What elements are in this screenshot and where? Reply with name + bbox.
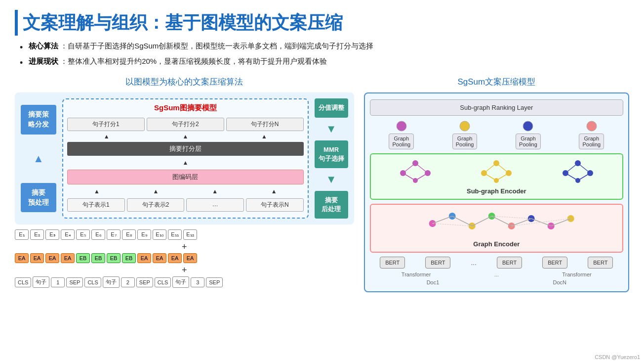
svg-point-0	[397, 121, 406, 131]
token-sentence2: 句子	[103, 276, 120, 288]
pooling-item-3: GraphPooling	[516, 121, 541, 149]
right-diagram: SgSum文案压缩模型 Sub-graph Ranking Layer Grap…	[364, 76, 629, 292]
mini-graph-3	[561, 158, 595, 185]
svg-point-26	[587, 170, 593, 176]
svg-point-8	[412, 160, 418, 166]
bullet-dot-1: •	[20, 42, 29, 54]
arr2: ▲	[182, 133, 188, 140]
svg-point-19	[494, 178, 499, 183]
page-title: 文案理解与组织：基于图模型的文案压缩	[23, 12, 343, 33]
token-cls3: CLS	[155, 277, 171, 287]
graph-encoder-visual	[375, 209, 618, 238]
subgraph-encoder: Sub-graph Encoder	[370, 153, 623, 200]
model-title: SgSum图摘要模型	[67, 103, 304, 113]
bullet-2: • 进展现状 ：整体准入率相对提升约20%，显著压缩视频频长度，将有助于提升用户…	[20, 57, 629, 69]
score-box-1: 句子打分1	[67, 118, 145, 131]
doc-label-n: DocN	[553, 279, 566, 285]
token-ea8: EA	[183, 253, 197, 263]
token-sentence1: 句子	[33, 276, 49, 288]
score-box-2: 句子打分2	[147, 118, 224, 131]
bullet-1: • 核心算法 ：自研基于子图选择的SgSum创新模型，图模型统一表示单多文档，端…	[20, 42, 629, 54]
token-ea6: EA	[153, 253, 166, 263]
token-e2: E₂	[30, 229, 44, 240]
token-e11: E₁₁	[168, 229, 182, 240]
svg-point-1	[460, 121, 470, 131]
pooling-row: GraphPooling GraphPooling GraphPooling	[370, 121, 623, 149]
arr3: ▲	[261, 133, 267, 140]
pooling-box-3: GraphPooling	[516, 134, 541, 149]
slide: 文案理解与组织：基于图模型的文案压缩 • 核心算法 ：自研基于子图选择的SgSu…	[0, 0, 644, 361]
graph-encoder-label: Graph Encoder	[375, 240, 618, 248]
ranking-layer: Sub-graph Ranking Layer	[370, 99, 623, 116]
sgsum-box: Sub-graph Ranking Layer GraphPooling Gra…	[364, 92, 629, 292]
token-sep2: SEP	[136, 277, 153, 287]
watermark: CSDN @Yuezero1	[595, 354, 640, 360]
pooling-item-4: GraphPooling	[579, 121, 604, 149]
pooling-item-1: GraphPooling	[389, 121, 414, 149]
bullet-2-text: 进展现状 ：整体准入率相对提升约20%，显著压缩视频频长度，将有助于提升用户观看…	[29, 57, 327, 66]
token-eb2: EB	[91, 253, 105, 263]
token-row-2: EA EA EA EA EB EB EB EB EA EA EA EA	[15, 253, 354, 263]
right-side-boxes: 分值调整 ▼ MMR句子选择 ▼ 摘要后处理	[315, 98, 348, 219]
svg-point-24	[575, 160, 581, 166]
title-bar: 文案理解与组织：基于图模型的文案压缩	[15, 10, 629, 36]
token-sep3: SEP	[206, 277, 223, 287]
bullets-section: • 核心算法 ：自研基于子图选择的SgSum创新模型，图模型统一表示单多文档，端…	[15, 42, 629, 69]
token-eb3: EB	[107, 253, 121, 263]
transformer-box-5: BERT	[588, 257, 613, 269]
svg-point-25	[563, 170, 568, 176]
arrow-row-2: ▲	[67, 159, 304, 166]
token-e9: E₉	[137, 229, 151, 240]
circle-magenta	[396, 121, 407, 132]
pooling-box-4: GraphPooling	[579, 134, 604, 149]
transformer-dots: ...	[471, 259, 477, 267]
pooling-item-2: GraphPooling	[452, 121, 478, 149]
svg-point-3	[587, 121, 597, 131]
svg-line-39	[491, 216, 511, 226]
arrow-up: ▲	[21, 152, 56, 165]
token-rows: E₁ E₂ E₃ E₄ E₅ E₆ E₇ E₈ E₉ E₁₀ E₁₁ E₁₂ +	[15, 229, 354, 288]
arr5: ▲	[94, 188, 100, 195]
right-section-title: SgSum文案压缩模型	[364, 76, 629, 88]
token-sentence3: 句子	[172, 276, 189, 288]
arrow-row-1: ▲ ▲ ▲	[67, 133, 304, 140]
circle-pink	[586, 121, 597, 132]
subgraph-encoder-label: Sub-graph Encoder	[375, 187, 618, 195]
repr-box-n: 句子表示N	[246, 198, 304, 212]
token-2: 2	[121, 277, 135, 287]
svg-point-17	[481, 170, 487, 176]
left-diagram: 以图模型为核心的文案压缩算法 摘要策略分发 ▲ 摘要预处理 SgSum图摘要模型…	[15, 76, 354, 292]
token-ea1: EA	[15, 253, 29, 263]
pooling-box-1: GraphPooling	[389, 134, 414, 149]
doc-label-1: Doc1	[427, 279, 440, 285]
side-box-strategy: 摘要策略分发	[21, 105, 56, 134]
repr-box-1: 句子表示1	[67, 198, 125, 212]
repr-row: 句子表示1 句子表示2 … 句子表示N	[67, 198, 304, 212]
transformer-box-3: BERT	[497, 257, 522, 269]
token-e12: E₁₂	[183, 229, 197, 240]
plus-2: +	[15, 265, 354, 275]
mini-graph-1	[398, 158, 433, 185]
arrow-down-2: ▼	[315, 173, 348, 186]
arrow-row-3: ▲ ▲ ▲ ▲	[67, 188, 304, 195]
transformer-box-1: BERT	[380, 257, 405, 269]
svg-point-2	[523, 121, 533, 131]
score-box-n: 句子打分N	[226, 118, 304, 131]
token-e10: E₁₀	[153, 229, 166, 240]
repr-box-2: 句子表示2	[127, 198, 185, 212]
svg-point-27	[575, 178, 580, 183]
doc-row: Doc1 DocN	[370, 279, 623, 285]
svg-line-37	[452, 216, 472, 226]
main-content: 以图模型为核心的文案压缩算法 摘要策略分发 ▲ 摘要预处理 SgSum图摘要模型…	[15, 76, 629, 292]
side-box-postprocess: 摘要后处理	[315, 191, 348, 219]
transformer-label-1: Transformer	[402, 271, 431, 277]
token-ea3: EA	[45, 253, 59, 263]
token-e6: E₆	[91, 229, 105, 240]
token-row-3: CLS 句子 1 SEP CLS 句子 2 SEP CLS 句子 3 SEP	[15, 276, 354, 288]
svg-line-38	[472, 216, 491, 226]
svg-point-10	[425, 170, 431, 176]
token-ea5: EA	[137, 253, 151, 263]
svg-line-36	[432, 216, 452, 224]
model-center: SgSum图摘要模型 句子打分1 句子打分2 句子打分N ▲ ▲ ▲ 摘要打	[62, 98, 309, 219]
subgraph-graphs	[375, 158, 618, 185]
